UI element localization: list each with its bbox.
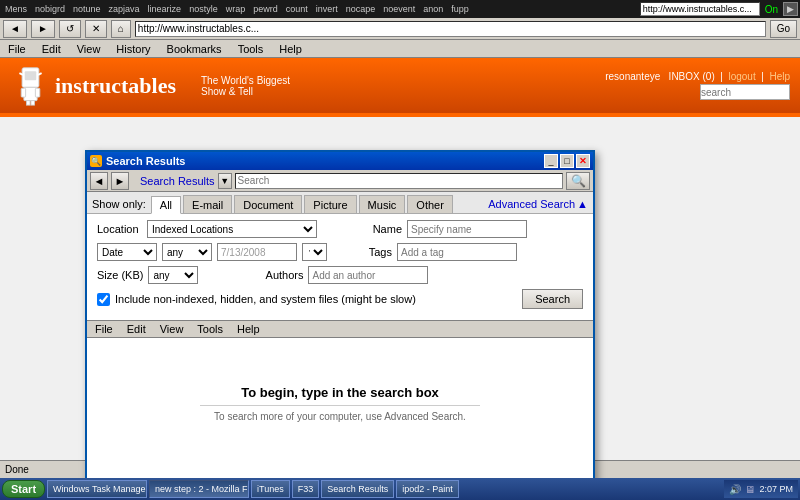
include-files-checkbox[interactable] bbox=[97, 293, 110, 306]
nocape-btn[interactable]: nocape bbox=[343, 4, 379, 14]
app-menu-edit[interactable]: Edit bbox=[123, 323, 150, 335]
advanced-search-btn[interactable]: Advanced Search ▲ bbox=[488, 198, 588, 213]
tab-all[interactable]: All bbox=[151, 196, 181, 214]
maximize-button[interactable]: □ bbox=[560, 154, 574, 168]
taskbar-item-f33[interactable]: F33 bbox=[292, 480, 320, 498]
ff-menu-view[interactable]: View bbox=[73, 43, 105, 55]
home-button[interactable]: ⌂ bbox=[111, 20, 131, 38]
search-combo-text: Search Results bbox=[140, 175, 215, 187]
window-controls: _ □ ✕ bbox=[544, 154, 590, 168]
advanced-search-label: Advanced Search bbox=[488, 198, 575, 210]
network-icon: 🖥 bbox=[745, 484, 755, 495]
win-taskbar: Start Windows Task Manager new step : 2 … bbox=[0, 478, 800, 500]
linearize-btn[interactable]: linearize bbox=[145, 4, 185, 14]
invert-btn[interactable]: invert bbox=[313, 4, 341, 14]
tab-picture[interactable]: Picture bbox=[304, 195, 356, 213]
ff-menu-edit[interactable]: Edit bbox=[38, 43, 65, 55]
taskbar-item-firefox[interactable]: new step : 2 - Mozilla Fire... bbox=[149, 480, 249, 498]
authors-label: Authors bbox=[253, 269, 303, 281]
search-button[interactable]: Search bbox=[522, 289, 583, 309]
tags-label: Tags bbox=[342, 246, 392, 258]
app-menu-file[interactable]: File bbox=[91, 323, 117, 335]
svg-rect-1 bbox=[24, 71, 36, 80]
app-menu-help[interactable]: Help bbox=[233, 323, 264, 335]
tab-document[interactable]: Document bbox=[234, 195, 302, 213]
anon-btn[interactable]: anon bbox=[420, 4, 446, 14]
bookmarklets-bar: Mens nobigrd notune zapjava linearize no… bbox=[0, 0, 800, 18]
nostyle-btn[interactable]: nostyle bbox=[186, 4, 221, 14]
tab-email[interactable]: E-mail bbox=[183, 195, 232, 213]
user-name[interactable]: resonanteye bbox=[605, 71, 660, 82]
notune-btn[interactable]: notune bbox=[70, 4, 104, 14]
ff-menu-bookmarks[interactable]: Bookmarks bbox=[163, 43, 226, 55]
taskbar-item-itunes[interactable]: iTunes bbox=[251, 480, 290, 498]
search-combo-arrow[interactable]: ▼ bbox=[218, 173, 232, 189]
search-begin-text: To begin, type in the search box bbox=[241, 385, 439, 400]
ff-menu-file[interactable]: File bbox=[4, 43, 30, 55]
site-search-input[interactable] bbox=[700, 84, 790, 100]
search-go-icon[interactable]: 🔍 bbox=[566, 172, 590, 190]
app-menu-tools[interactable]: Tools bbox=[193, 323, 227, 335]
taskbar-item-search[interactable]: Search Results bbox=[321, 480, 394, 498]
window-back-btn[interactable]: ◄ bbox=[90, 172, 108, 190]
help-link[interactable]: Help bbox=[769, 71, 790, 82]
taskbar-item-taskmgr[interactable]: Windows Task Manager bbox=[47, 480, 147, 498]
header-right: resonanteye INBOX (0) | logout | Help bbox=[605, 71, 790, 100]
form-row-checkbox: Include non-indexed, hidden, and system … bbox=[97, 289, 583, 309]
menu-label: Mens bbox=[2, 4, 30, 14]
ff-menu-help[interactable]: Help bbox=[275, 43, 306, 55]
stop-button[interactable]: ✕ bbox=[85, 20, 107, 38]
search-toolbar: ◄ ► Search Results ▼ 🔍 bbox=[87, 170, 593, 192]
svg-rect-6 bbox=[35, 88, 39, 97]
ff-go-button[interactable]: Go bbox=[770, 20, 797, 38]
close-button[interactable]: ✕ bbox=[576, 154, 590, 168]
logout-link[interactable]: logout bbox=[728, 71, 755, 82]
noevent-btn[interactable]: noevent bbox=[380, 4, 418, 14]
url-bar[interactable] bbox=[135, 21, 766, 37]
name-label: Name bbox=[352, 223, 402, 235]
taskbar-item-paint[interactable]: ipod2 - Paint bbox=[396, 480, 459, 498]
tab-music[interactable]: Music bbox=[359, 195, 406, 213]
tagline-line1: The World's Biggest bbox=[201, 75, 290, 86]
address-input[interactable] bbox=[640, 2, 760, 16]
form-row-date: Date any ▼ Tags bbox=[97, 243, 583, 261]
site-title: instructables bbox=[55, 73, 176, 98]
wrap-btn[interactable]: wrap bbox=[223, 4, 249, 14]
forward-button[interactable]: ► bbox=[31, 20, 55, 38]
minimize-button[interactable]: _ bbox=[544, 154, 558, 168]
robot-icon bbox=[10, 63, 50, 108]
nobigrd-btn[interactable]: nobigrd bbox=[32, 4, 68, 14]
start-button[interactable]: Start bbox=[2, 480, 45, 498]
search-form: Location Indexed Locations Name Date bbox=[87, 214, 593, 320]
taskbar-right-area: 🔊 🖥 2:07 PM bbox=[724, 480, 798, 498]
advanced-search-arrow: ▲ bbox=[577, 198, 588, 210]
search-hint-text: To search more of your computer, use Adv… bbox=[214, 411, 466, 422]
date-input[interactable] bbox=[217, 243, 297, 261]
go-btn[interactable]: ▶ bbox=[783, 2, 798, 16]
show-only-label: Show only: bbox=[92, 198, 146, 213]
location-select[interactable]: Indexed Locations bbox=[147, 220, 317, 238]
date-range-select[interactable]: ▼ bbox=[302, 243, 327, 261]
count-btn[interactable]: count bbox=[283, 4, 311, 14]
reload-button[interactable]: ↺ bbox=[59, 20, 81, 38]
search-input[interactable] bbox=[235, 173, 563, 189]
fupp-btn[interactable]: fupp bbox=[448, 4, 472, 14]
authors-input[interactable] bbox=[308, 266, 428, 284]
firefox-window: Mens nobigrd notune zapjava linearize no… bbox=[0, 0, 800, 478]
ff-menu-tools[interactable]: Tools bbox=[234, 43, 268, 55]
name-input[interactable] bbox=[407, 220, 527, 238]
back-button[interactable]: ◄ bbox=[3, 20, 27, 38]
ff-menu-history[interactable]: History bbox=[112, 43, 154, 55]
inbox-label[interactable]: INBOX (0) bbox=[669, 71, 715, 82]
window-title-icon: 🔍 bbox=[90, 155, 102, 167]
date-any-select[interactable]: any bbox=[162, 243, 212, 261]
tags-input[interactable] bbox=[397, 243, 517, 261]
pewrd-btn[interactable]: pewrd bbox=[250, 4, 281, 14]
zapjava-btn[interactable]: zapjava bbox=[106, 4, 143, 14]
window-forward-btn[interactable]: ► bbox=[111, 172, 129, 190]
app-menu-view[interactable]: View bbox=[156, 323, 188, 335]
include-files-label: Include non-indexed, hidden, and system … bbox=[115, 293, 416, 305]
date-select[interactable]: Date bbox=[97, 243, 157, 261]
tab-other[interactable]: Other bbox=[407, 195, 453, 213]
size-select[interactable]: any bbox=[148, 266, 198, 284]
